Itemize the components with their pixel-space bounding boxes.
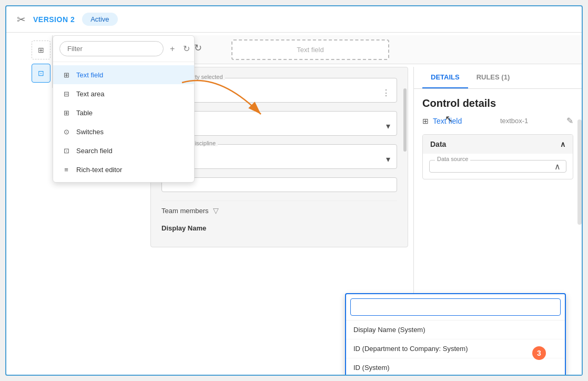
component-rich-text-label: Rich-text editor <box>76 166 122 174</box>
component-refresh-button[interactable]: ↻ <box>181 42 192 56</box>
display-name-column-header: Display Name <box>161 220 397 236</box>
data-section-header[interactable]: Data ∧ <box>423 135 573 154</box>
team-filter-icon[interactable]: ▽ <box>213 206 219 215</box>
status-field-group: Status ▾ <box>161 111 397 136</box>
tab-details[interactable]: DETAILS <box>422 67 468 88</box>
text-area-icon: ⊟ <box>62 89 71 98</box>
step-badge-3: 3 <box>532 346 546 360</box>
datasource-option-id-dept[interactable]: ID (Department to Company: System) <box>346 339 565 358</box>
control-type-icon: ⊞ <box>422 117 429 125</box>
team-members-label: Team members <box>161 207 209 215</box>
canvas-text-field-placeholder: Text field <box>231 39 389 60</box>
filter-bar: + ↻ <box>53 36 194 62</box>
component-panel: + ↻ ⊞ Text field ⊟ Text area ⊞ Table ⊙ <box>53 35 195 183</box>
component-item-text-area[interactable]: ⊟ Text area <box>53 84 194 103</box>
top-bar: ✂ VERSION 2 Active <box>6 6 582 33</box>
data-section-title: Data <box>430 140 446 148</box>
component-list: ⊞ Text field ⊟ Text area ⊞ Table ⊙ Switc… <box>53 62 194 182</box>
sidebar-tool-component[interactable]: ⊡ <box>32 64 50 83</box>
details-scrollbar[interactable] <box>577 119 582 225</box>
status-dropdown-arrow: ▾ <box>386 121 390 131</box>
table-icon: ⊞ <box>62 108 71 117</box>
tab-rules[interactable]: RULES (1) <box>468 67 519 88</box>
data-source-label: Data source <box>435 156 470 162</box>
wrench-icon: ✂ <box>17 13 26 26</box>
component-item-rich-text[interactable]: ≡ Rich-text editor <box>53 160 194 179</box>
main-canvas: ✂ VERSION 2 Active + ↻ Text field ⊞ ⊡ <box>5 5 583 376</box>
active-badge-button[interactable]: Active <box>82 13 117 26</box>
canvas-text-field-label: Text field <box>297 46 323 54</box>
no-property-container: No property selected ⋮ <box>161 78 397 103</box>
process-discipline-dropdown-arrow: ▾ <box>386 154 390 164</box>
status-dropdown[interactable]: ▾ <box>168 121 390 131</box>
process-discipline-field-group: Process discipline ▾ <box>161 144 397 169</box>
data-source-dropdown-arrow: ∧ <box>554 162 561 172</box>
switches-icon: ⊙ <box>62 127 71 136</box>
data-source-container[interactable]: Data source ∧ <box>429 160 566 173</box>
process-discipline-dropdown[interactable]: ▾ <box>168 154 390 164</box>
form-scrollbar[interactable] <box>403 88 407 152</box>
control-details-title: Control details <box>422 97 573 109</box>
datasource-option-display-name[interactable]: Display Name (System) <box>346 320 565 339</box>
datasource-search <box>346 294 565 320</box>
component-item-text-field[interactable]: ⊞ Text field <box>53 65 194 84</box>
data-source-field: Data source ∧ <box>423 154 573 179</box>
component-item-table[interactable]: ⊞ Table <box>53 103 194 122</box>
component-switches-label: Switches <box>76 128 104 136</box>
search-field-icon: ⊡ <box>62 146 71 155</box>
component-icon: ⊡ <box>38 69 44 77</box>
process-discipline-container: Process discipline ▾ <box>161 144 397 169</box>
component-table-label: Table <box>76 109 93 117</box>
text-field-icon: ⊞ <box>62 70 71 79</box>
component-text-field-label: Text field <box>76 71 103 79</box>
rich-text-icon: ≡ <box>62 165 71 174</box>
component-item-switches[interactable]: ⊙ Switches <box>53 122 194 141</box>
no-property-field-group: No property selected ⋮ <box>161 78 397 103</box>
version-label: VERSION 2 <box>33 15 75 24</box>
status-container: Status ▾ <box>161 111 397 136</box>
no-property-menu-button[interactable]: ⋮ <box>382 88 390 98</box>
data-section: Data ∧ Data source ∧ <box>422 134 573 179</box>
control-id: textbox-1 <box>500 117 528 125</box>
part-of-container: part of <box>161 177 397 192</box>
tool-sidebar: ⊞ ⊡ <box>29 35 53 88</box>
edit-icon[interactable]: ✎ <box>566 116 573 126</box>
details-tabs: DETAILS RULES (1) <box>414 67 582 89</box>
details-content: Control details ⊞ Text field textbox-1 ✎… <box>414 89 582 188</box>
control-type-row: ⊞ Text field textbox-1 ✎ <box>422 116 573 126</box>
data-section-collapse-icon: ∧ <box>560 140 565 148</box>
datasource-search-input[interactable] <box>350 298 561 316</box>
component-text-area-label: Text area <box>76 90 104 98</box>
sidebar-tool-grid[interactable]: ⊞ <box>32 41 50 59</box>
control-type-name: Text field <box>433 117 462 125</box>
component-item-search-field[interactable]: ⊡ Search field <box>53 141 194 160</box>
datasource-options: Display Name (System) ID (Department to … <box>346 320 565 375</box>
team-members-row: Team members ▽ <box>161 200 397 220</box>
datasource-dropdown: Display Name (System) ID (Department to … <box>345 293 566 375</box>
datasource-option-id-system[interactable]: ID (System) <box>346 358 565 375</box>
component-search-field-label: Search field <box>76 147 113 155</box>
component-add-button[interactable]: + <box>168 42 177 56</box>
grid-icon: ⊞ <box>38 46 44 54</box>
component-filter-input[interactable] <box>59 41 164 56</box>
workspace: + ↻ Text field ⊞ ⊡ + ↻ <box>29 35 582 375</box>
part-of-field-group: part of <box>161 177 397 192</box>
